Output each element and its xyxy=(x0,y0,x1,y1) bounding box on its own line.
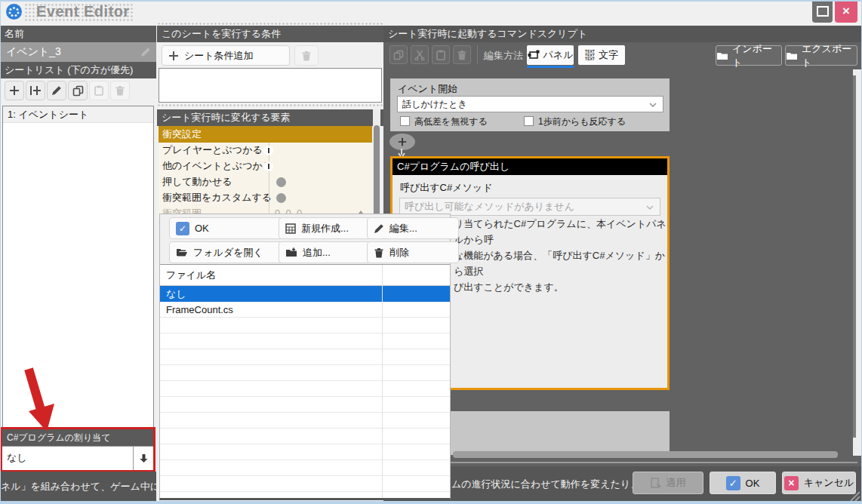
edit-method-label: 編集方法 xyxy=(484,49,523,63)
cut-command-button[interactable] xyxy=(411,45,429,64)
file-row-empty xyxy=(160,413,450,429)
window-border-left xyxy=(0,0,1,504)
file-row-empty xyxy=(160,429,450,444)
dialog-open-folder-button[interactable]: フォルダを開く xyxy=(169,241,283,263)
tab-panel-underline xyxy=(527,66,574,68)
dialog-edit-button[interactable]: 編集... xyxy=(367,217,459,239)
delete-condition-button[interactable] xyxy=(294,45,319,66)
copy-icon xyxy=(393,50,404,60)
toolbar-separator xyxy=(477,45,478,64)
resize-grip[interactable] xyxy=(848,490,860,502)
annotation-arrow xyxy=(12,367,80,433)
bottom-separator-line xyxy=(450,462,857,463)
react-one-step-checkbox[interactable] xyxy=(524,116,534,126)
bottom-bar-text: ムの進行状況に合わせて動作を変えたり、並 xyxy=(451,478,650,491)
description-line: り当てられたC#プログラムに、本イベントパネルから呼 xyxy=(454,216,667,247)
csharp-file-dialog: ✓ OK 新規作成... 編集... フォルダを開く 追加... 削除 ファイル… xyxy=(159,214,451,500)
ignore-height-label: 高低差を無視する xyxy=(414,115,488,128)
plus-icon xyxy=(398,137,407,146)
dialog-delete-button[interactable]: 削除 xyxy=(367,241,459,263)
csharp-call-title: C#プログラムの呼び出し xyxy=(393,158,667,175)
condition-header: このシートを実行する条件 xyxy=(157,26,383,42)
file-table-column-divider xyxy=(382,265,383,498)
ignore-height-checkbox[interactable] xyxy=(400,116,410,126)
left-bottom-text: ネル」を組み合わせて、ゲーム中に実行 xyxy=(1,480,156,493)
export-button[interactable]: エクスポート xyxy=(785,45,857,66)
paste-sheet-button[interactable] xyxy=(89,81,109,100)
folder-export-icon xyxy=(786,51,798,60)
event-name-row[interactable]: イベント_3 xyxy=(0,42,156,62)
file-row-empty xyxy=(160,397,450,413)
close-button[interactable]: × xyxy=(835,0,857,23)
app-icon xyxy=(6,4,22,20)
add-sheet-button[interactable] xyxy=(5,81,24,100)
event-start-title: イベント開始 xyxy=(398,82,457,96)
insert-sheet-button[interactable] xyxy=(26,81,45,100)
file-row-empty xyxy=(160,318,450,333)
setting-label: 他のイベントとぶつかる xyxy=(162,158,272,174)
dropdown-arrow-button[interactable] xyxy=(133,447,153,470)
dialog-new-button[interactable]: 新規作成... xyxy=(279,217,371,239)
maximize-icon xyxy=(817,6,829,17)
window-title: Event Editor xyxy=(36,3,130,20)
right-vscroll-thumb[interactable] xyxy=(853,75,856,438)
delete-sheet-button[interactable] xyxy=(110,81,130,100)
right-hscroll-thumb[interactable] xyxy=(453,451,838,458)
cancel-button[interactable]: × キャンセル xyxy=(782,472,856,494)
dialog-add-button[interactable]: 追加... xyxy=(279,241,371,263)
apply-button[interactable]: 適用 xyxy=(633,472,703,494)
event-name: イベント_3 xyxy=(6,45,61,59)
rename-pencil-icon[interactable] xyxy=(140,47,151,57)
trash-icon xyxy=(301,51,312,61)
trigger-value: 話しかけたとき xyxy=(402,99,467,109)
paste-icon xyxy=(436,50,446,60)
copy-command-button[interactable] xyxy=(389,45,408,64)
file-table-header: ファイル名 xyxy=(160,265,450,286)
file-table: ファイル名 なし FrameCount.cs xyxy=(160,264,450,498)
arrow-down-icon xyxy=(139,453,149,463)
script-panel-header: シート実行時に起動するコマンドスクリプト xyxy=(383,26,862,42)
elements-header: シート実行時に変化する要素 xyxy=(157,109,383,126)
csharp-assign-dropdown[interactable]: なし xyxy=(2,446,153,470)
trash-icon xyxy=(374,247,384,258)
file-row-empty xyxy=(160,365,450,381)
plus-icon xyxy=(9,85,20,96)
file-row[interactable]: FrameCount.cs xyxy=(160,302,450,318)
window-border-bottom xyxy=(0,501,862,504)
dialog-ok-button[interactable]: ✓ OK xyxy=(169,217,283,239)
close-icon: × xyxy=(842,4,850,19)
splitter-middle[interactable] xyxy=(157,103,383,107)
maximize-button[interactable] xyxy=(812,0,833,23)
file-row-empty xyxy=(160,460,450,476)
panel-icon xyxy=(528,50,540,60)
description-line: び出すことができます。 xyxy=(454,279,667,295)
tab-panel[interactable]: パネル xyxy=(527,45,574,65)
pencil-icon xyxy=(374,223,384,234)
apply-icon xyxy=(651,478,662,488)
trigger-dropdown[interactable]: 話しかけたとき xyxy=(397,96,663,112)
edit-sheet-button[interactable] xyxy=(47,81,66,100)
delete-command-button[interactable] xyxy=(453,45,471,64)
trash-icon xyxy=(457,50,467,60)
tab-text[interactable]: TEXT TEXT TEXT 文字 xyxy=(578,45,625,65)
method-placeholder: 呼び出し可能なメソッドがありません xyxy=(405,201,574,212)
file-row-empty xyxy=(160,349,450,365)
add-condition-label: シート条件追加 xyxy=(184,49,254,63)
file-row-empty xyxy=(160,381,450,397)
import-button[interactable]: インポート xyxy=(716,45,782,66)
paste-command-button[interactable] xyxy=(432,45,450,64)
bottom-bar: ムの進行状況に合わせて動作を変えたり、並 適用 ✓ OK × キャンセル xyxy=(383,466,862,504)
window-border-top xyxy=(0,0,862,2)
ok-button[interactable]: ✓ OK xyxy=(710,472,776,494)
setting-row: 衝突範囲をカスタムする xyxy=(159,190,372,207)
chevron-down-icon xyxy=(646,205,654,210)
add-condition-button[interactable]: シート条件追加 xyxy=(162,45,290,66)
duplicate-sheet-button[interactable] xyxy=(68,81,88,100)
pencil-icon xyxy=(51,85,62,96)
react-one-step-label: 1歩前からも反応する xyxy=(538,115,626,128)
folder-open-icon xyxy=(176,247,188,257)
name-header: 名前 xyxy=(0,26,156,42)
file-row[interactable]: なし xyxy=(160,286,450,302)
sheet-list-item[interactable]: 1: イベントシート xyxy=(3,106,153,123)
condition-list-box xyxy=(159,68,382,103)
